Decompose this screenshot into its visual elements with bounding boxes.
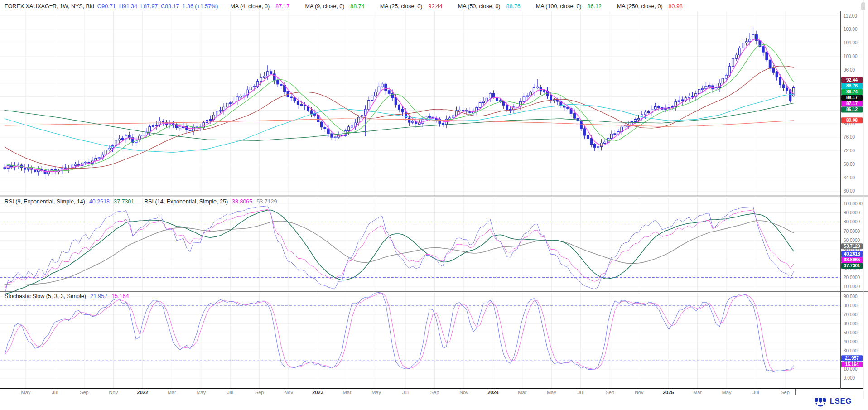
svg-text:0.000: 0.000 — [844, 376, 855, 381]
time-axis[interactable]: MayJulSepNov2022MarMayJulSepNov2023MarMa… — [21, 390, 790, 395]
svg-text:Jul: Jul — [52, 390, 58, 395]
svg-text:Mar: Mar — [343, 390, 352, 395]
svg-text:Nov: Nov — [635, 390, 644, 395]
rsi2-ma-value: 53.7129 — [256, 198, 277, 205]
svg-text:Nov: Nov — [109, 390, 118, 395]
ma-legend-label: MA (50, close, 0) — [458, 3, 501, 10]
rsi-pane-legend[interactable]: RSI (9, Exponential, Simple, 14) 40.2618… — [5, 198, 281, 205]
svg-text:100.00: 100.00 — [844, 54, 858, 59]
rsi-lines — [5, 206, 794, 294]
ma-legend-value: 88.76 — [506, 3, 521, 10]
svg-text:Mar: Mar — [693, 390, 702, 395]
svg-text:21.957: 21.957 — [845, 356, 859, 361]
svg-text:Nov: Nov — [459, 390, 468, 395]
svg-text:88.76: 88.76 — [846, 83, 858, 88]
svg-text:104.00: 104.00 — [844, 40, 858, 45]
svg-text:May: May — [371, 390, 381, 395]
ma-legend-item[interactable]: MA (50, close, 0)88.76 — [458, 3, 524, 10]
ma-legend-label: MA (4, close, 0) — [230, 3, 270, 10]
stochastic-d-value: 15.164 — [111, 293, 129, 299]
ma-legend-item[interactable]: MA (25, close, 0)92.44 — [380, 3, 446, 10]
svg-text:2023: 2023 — [312, 390, 323, 395]
svg-text:60.000: 60.000 — [844, 321, 858, 326]
svg-text:2024: 2024 — [487, 390, 499, 395]
rsi2-value: 38.8065 — [232, 198, 252, 205]
svg-text:40.2618: 40.2618 — [844, 251, 860, 256]
svg-text:92.44: 92.44 — [846, 77, 858, 82]
chart-window: 112.00108.00104.00100.0096.0092.0088.008… — [0, 0, 868, 410]
rsi1-label[interactable]: RSI (9, Exponential, Simple, 14) — [5, 198, 85, 205]
svg-text:87.17: 87.17 — [846, 101, 858, 106]
price-value-badges: 92.4488.7688.7488.1787.1786.1280.98 — [841, 77, 863, 123]
instrument-title[interactable]: FOREX XAUXAG=R, 1W, NYS, Bid — [5, 3, 94, 10]
svg-text:Sep: Sep — [605, 390, 614, 395]
svg-text:86.12: 86.12 — [846, 107, 858, 112]
ma-legend: MA (4, close, 0)87.17MA (9, close, 0)88.… — [221, 3, 689, 10]
svg-text:Sep: Sep — [781, 390, 790, 395]
svg-text:20.0000: 20.0000 — [844, 275, 860, 280]
lseg-logo: LSEG — [814, 396, 852, 407]
ma-legend-value: 80.98 — [669, 3, 683, 10]
svg-text:100.0000: 100.0000 — [844, 201, 863, 206]
candlestick-series — [4, 27, 795, 179]
svg-text:2022: 2022 — [137, 390, 148, 395]
ma-legend-item[interactable]: MA (100, close, 0)86.12 — [536, 3, 605, 10]
svg-text:38.8065: 38.8065 — [844, 257, 860, 262]
svg-text:10.000: 10.000 — [844, 367, 858, 371]
main-legend[interactable]: FOREX XAUXAG=R, 1W, NYS, Bid O90.71 H91.… — [5, 2, 692, 10]
svg-text:90.0000: 90.0000 — [844, 210, 860, 215]
lseg-logo-text: LSEG — [830, 397, 852, 406]
svg-text:70.0000: 70.0000 — [844, 229, 860, 234]
svg-text:Jul: Jul — [578, 390, 584, 395]
svg-text:May: May — [547, 390, 556, 395]
svg-text:10.0000: 10.0000 — [844, 284, 860, 289]
ma-legend-label: MA (9, close, 0) — [305, 3, 345, 10]
change-value: 1.36 (+1.57%) — [183, 3, 218, 10]
rsi1-value: 40.2618 — [89, 198, 110, 205]
ma-legend-value: 86.12 — [588, 3, 602, 10]
ma-legend-label: MA (250, close, 0) — [617, 3, 663, 10]
ma-legend-item[interactable]: MA (250, close, 0)80.98 — [617, 3, 686, 10]
ohlc-open: O90.71 — [97, 3, 116, 10]
svg-text:53.7129: 53.7129 — [844, 244, 860, 249]
ma-legend-value: 87.17 — [275, 3, 289, 10]
ma-legend-value: 88.74 — [350, 3, 364, 10]
svg-text:50.000: 50.000 — [844, 330, 858, 335]
svg-text:May: May — [196, 390, 206, 395]
svg-text:88.17: 88.17 — [846, 95, 858, 100]
svg-text:Jul: Jul — [227, 390, 233, 395]
svg-text:Jul: Jul — [402, 390, 409, 395]
ohlc-close: C88.17 — [161, 3, 179, 10]
ohlc-high: H91.34 — [119, 3, 137, 10]
ma-legend-item[interactable]: MA (4, close, 0)87.17 — [230, 3, 293, 10]
stochastic-label[interactable]: Stochastic Slow (5, 3, 3, Simple) — [5, 293, 86, 299]
svg-text:60.00: 60.00 — [844, 188, 855, 193]
stoch-axis[interactable]: 90.00080.00070.00060.00050.00040.00030.0… — [844, 294, 858, 381]
svg-text:112.00: 112.00 — [844, 14, 857, 19]
svg-text:Sep: Sep — [430, 390, 439, 395]
svg-text:Jul: Jul — [753, 390, 759, 395]
svg-text:80.000: 80.000 — [844, 303, 858, 308]
svg-text:May: May — [722, 390, 732, 395]
svg-text:30.000: 30.000 — [844, 348, 858, 353]
svg-text:May: May — [21, 390, 31, 395]
rsi2-label[interactable]: RSI (14, Exponential, Simple, 25) — [144, 198, 228, 205]
corner-scrollbar[interactable] — [861, 2, 865, 10]
svg-text:37.7301: 37.7301 — [844, 263, 860, 268]
svg-text:72.00: 72.00 — [844, 148, 855, 153]
stochastic-k-value: 21.957 — [90, 293, 107, 299]
svg-text:Sep: Sep — [80, 390, 89, 395]
stochastic-pane-legend[interactable]: Stochastic Slow (5, 3, 3, Simple) 21.957… — [5, 293, 133, 300]
ma-legend-item[interactable]: MA (9, close, 0)88.74 — [305, 3, 368, 10]
ma-legend-value: 92.44 — [428, 3, 442, 10]
lseg-crest-icon — [814, 396, 827, 407]
svg-text:68.00: 68.00 — [844, 162, 855, 167]
svg-text:64.00: 64.00 — [844, 175, 855, 180]
rsi-value-badges: 53.712940.261838.806537.7301 — [841, 243, 863, 269]
svg-text:90.000: 90.000 — [844, 294, 858, 299]
svg-text:15.164: 15.164 — [845, 362, 859, 367]
rsi1-ma-value: 37.7301 — [114, 198, 134, 205]
svg-text:80.0000: 80.0000 — [844, 219, 860, 224]
svg-text:Sep: Sep — [255, 390, 264, 395]
svg-text:2025: 2025 — [663, 390, 674, 395]
